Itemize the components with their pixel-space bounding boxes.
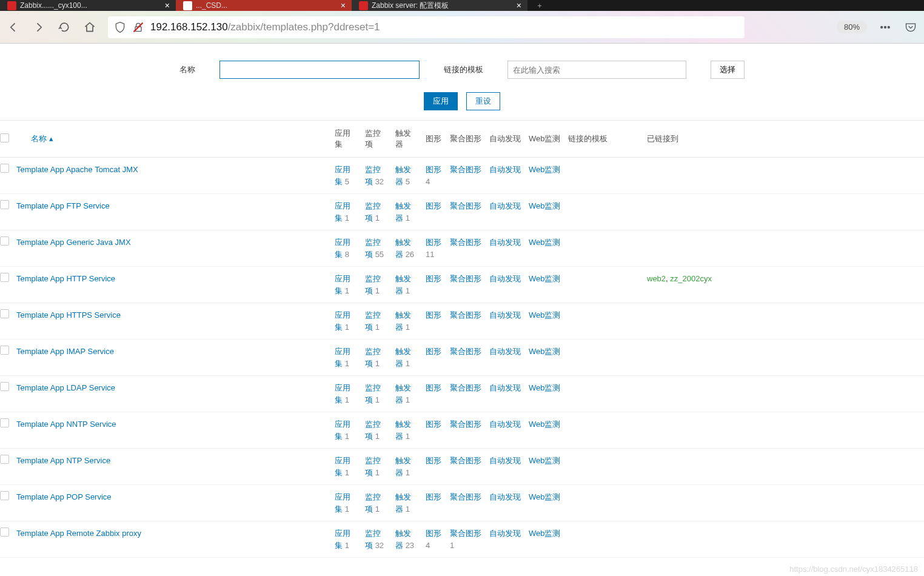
linked-host[interactable]: zz_2002cyx [670, 274, 712, 283]
shield-icon[interactable] [114, 21, 126, 33]
screens-link[interactable]: 聚合图形 [450, 383, 481, 392]
screens-link[interactable]: 聚合图形 [450, 274, 481, 283]
linked-templates-search[interactable] [507, 61, 686, 79]
browser-tab[interactable]: Zabbix......_cyx100... × [0, 0, 176, 11]
close-icon[interactable]: × [341, 1, 346, 10]
table-row: Template App HTTP Service 应用集 1 监控项 1 触发… [0, 267, 924, 303]
screens-link[interactable]: 聚合图形 [450, 201, 481, 210]
screens-link[interactable]: 聚合图形 [450, 529, 481, 538]
discovery-link[interactable]: 自动发现 [489, 201, 521, 210]
row-checkbox[interactable] [0, 164, 9, 173]
row-checkbox[interactable] [0, 491, 9, 500]
address-bar[interactable]: 192.168.152.130/zabbix/templates.php?ddr… [108, 16, 745, 38]
graphs-link[interactable]: 图形 [426, 238, 441, 247]
row-checkbox[interactable] [0, 455, 9, 464]
graphs-link[interactable]: 图形 [426, 201, 441, 210]
template-name-link[interactable]: Template App IMAP Service [16, 347, 114, 356]
web-link[interactable]: Web监测 [529, 347, 561, 356]
discovery-link[interactable]: 自动发现 [489, 529, 521, 538]
discovery-link[interactable]: 自动发现 [489, 492, 521, 501]
row-checkbox[interactable] [0, 200, 9, 209]
web-link[interactable]: Web监测 [529, 201, 561, 210]
graphs-link[interactable]: 图形 [426, 383, 441, 392]
close-icon[interactable]: × [165, 1, 170, 10]
name-input[interactable] [219, 61, 420, 79]
select-button[interactable]: 选择 [711, 61, 745, 79]
web-link[interactable]: Web监测 [529, 383, 561, 392]
template-name-link[interactable]: Template App NNTP Service [16, 420, 116, 429]
template-name-link[interactable]: Template App FTP Service [16, 201, 110, 210]
web-link[interactable]: Web监测 [529, 420, 561, 429]
meatball-menu-icon[interactable] [878, 20, 892, 35]
web-link[interactable]: Web监测 [529, 529, 561, 538]
graphs-link[interactable]: 图形 [426, 456, 441, 465]
col-web: Web监测 [525, 121, 564, 158]
back-icon[interactable] [6, 20, 21, 35]
linked-to-hosts: web2, zz_2002cyx [647, 274, 712, 283]
template-name-link[interactable]: Template App Generic Java JMX [16, 238, 131, 247]
graphs-link[interactable]: 图形 [426, 492, 441, 501]
screens-link[interactable]: 聚合图形 [450, 347, 481, 356]
web-link[interactable]: Web监测 [529, 238, 561, 247]
select-all-checkbox[interactable] [0, 133, 9, 142]
screens-link[interactable]: 聚合图形 [450, 310, 481, 320]
screens-link[interactable]: 聚合图形 [450, 492, 481, 501]
discovery-link[interactable]: 自动发现 [489, 165, 521, 174]
graphs-link[interactable]: 图形 [426, 420, 441, 429]
table-row: Template App IMAP Service 应用集 1 监控项 1 触发… [0, 340, 924, 376]
browser-tab[interactable]: Zabbix server: 配置模板 × [352, 0, 527, 11]
reload-icon[interactable] [57, 20, 72, 35]
insecure-lock-icon[interactable] [132, 21, 144, 33]
tab-title: Zabbix server: 配置模板 [372, 1, 449, 11]
forward-icon[interactable] [32, 20, 46, 35]
discovery-link[interactable]: 自动发现 [489, 310, 521, 320]
template-name-link[interactable]: Template App HTTPS Service [16, 310, 121, 320]
browser-tab[interactable]: ..._CSD... × [176, 0, 352, 11]
pocket-icon[interactable] [903, 20, 918, 35]
svg-point-2 [881, 26, 883, 28]
graphs-link[interactable]: 图形 [426, 310, 441, 320]
screens-link[interactable]: 聚合图形 [450, 238, 481, 247]
reset-button[interactable]: 重设 [466, 92, 500, 110]
web-link[interactable]: Web监测 [529, 492, 561, 501]
template-name-link[interactable]: Template App LDAP Service [16, 383, 115, 392]
template-name-link[interactable]: Template App NTP Service [16, 456, 110, 465]
template-name-link[interactable]: Template App Remote Zabbix proxy [16, 529, 141, 538]
row-checkbox[interactable] [0, 273, 9, 282]
row-checkbox[interactable] [0, 382, 9, 391]
row-checkbox[interactable] [0, 418, 9, 427]
row-checkbox[interactable] [0, 309, 9, 318]
favicon-icon [183, 1, 192, 10]
apply-button[interactable]: 应用 [424, 92, 458, 110]
row-checkbox[interactable] [0, 236, 9, 246]
discovery-link[interactable]: 自动发现 [489, 456, 521, 465]
close-icon[interactable]: × [517, 1, 521, 10]
zoom-badge[interactable]: 80% [837, 21, 867, 33]
web-link[interactable]: Web监测 [529, 310, 561, 320]
template-name-link[interactable]: Template App HTTP Service [16, 274, 115, 283]
linked-host[interactable]: web2 [647, 274, 666, 283]
graphs-link[interactable]: 图形 [426, 347, 441, 356]
template-name-link[interactable]: Template App POP Service [16, 492, 112, 501]
screens-link[interactable]: 聚合图形 [450, 456, 481, 465]
screens-link[interactable]: 聚合图形 [450, 420, 481, 429]
new-tab-button[interactable]: ＋ [527, 0, 552, 11]
discovery-link[interactable]: 自动发现 [489, 274, 521, 283]
tab-title: ..._CSD... [196, 1, 227, 10]
row-checkbox[interactable] [0, 527, 9, 537]
web-link[interactable]: Web监测 [529, 274, 561, 283]
graphs-link[interactable]: 图形 [426, 165, 441, 174]
discovery-link[interactable]: 自动发现 [489, 238, 521, 247]
web-link[interactable]: Web监测 [529, 456, 561, 465]
discovery-link[interactable]: 自动发现 [489, 383, 521, 392]
screens-link[interactable]: 聚合图形 [450, 165, 481, 174]
template-name-link[interactable]: Template App Apache Tomcat JMX [16, 165, 138, 174]
discovery-link[interactable]: 自动发现 [489, 347, 521, 356]
home-icon[interactable] [82, 20, 97, 35]
col-name[interactable]: 名称 ▴ [31, 134, 53, 143]
discovery-link[interactable]: 自动发现 [489, 420, 521, 429]
graphs-link[interactable]: 图形 [426, 274, 441, 283]
graphs-link[interactable]: 图形 [426, 529, 441, 538]
web-link[interactable]: Web监测 [529, 165, 561, 174]
row-checkbox[interactable] [0, 346, 9, 355]
